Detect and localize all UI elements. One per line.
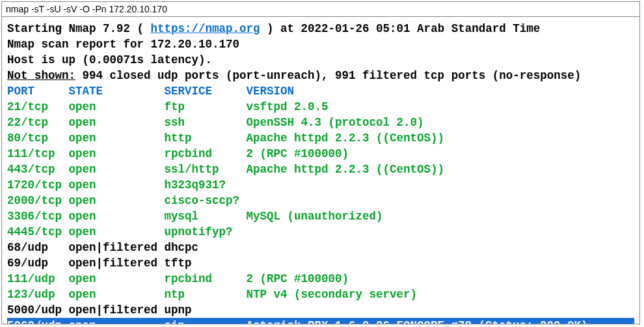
text-fragment: Nmap scan report for xyxy=(7,38,151,51)
cell-state: open xyxy=(69,287,165,302)
table-row: 111/udpopenrpcbind2 (RPC #100000) xyxy=(7,271,634,287)
nmap-start-line: Starting Nmap 7.92 ( https://nmap.org ) … xyxy=(7,21,634,36)
table-row: 4445/tcpopenupnotifyp? xyxy=(7,224,634,240)
cell-state: open|filtered xyxy=(69,255,165,271)
cell-version: OpenSSH 4.3 (protocol 2.0) xyxy=(247,116,424,129)
table-row: 1720/tcpopenh323q931? xyxy=(7,177,634,193)
cell-port: 111/tcp xyxy=(7,146,69,162)
table-row: 2000/tcpopencisco-sccp? xyxy=(7,193,634,208)
cell-port: 123/udp xyxy=(7,287,69,302)
cell-version: vsftpd 2.0.5 xyxy=(247,100,329,113)
cell-service: dhcpc xyxy=(165,240,247,255)
header-service: SERVICE xyxy=(165,83,247,99)
table-row: 80/tcpopenhttpApache httpd 2.2.3 ((CentO… xyxy=(7,130,634,146)
not-shown-line: Not shown: 994 closed udp ports (port-un… xyxy=(7,68,634,83)
cell-service: http xyxy=(165,130,247,146)
cell-port: 5060/udp xyxy=(7,318,69,324)
cell-service: ntp xyxy=(165,287,247,302)
cell-state: open xyxy=(69,162,165,177)
cell-port: 111/udp xyxy=(7,271,69,287)
cell-port: 69/udp xyxy=(7,255,69,271)
cell-version: 2 (RPC #100000) xyxy=(247,272,349,285)
cell-service: rpcbind xyxy=(165,146,247,162)
cell-service: upnp xyxy=(165,302,247,318)
cell-service: ssl/http xyxy=(165,162,247,177)
cell-service: cisco-sccp? xyxy=(165,193,247,208)
cell-port: 80/tcp xyxy=(7,130,69,146)
table-row: 3306/tcpopenmysqlMySQL (unauthorized) xyxy=(7,208,634,224)
table-body: 21/tcpopenftpvsftpd 2.0.522/tcpopensshOp… xyxy=(7,99,634,324)
not-shown-label: Not shown: xyxy=(7,69,75,82)
table-row: 443/tcpopenssl/httpApache httpd 2.2.3 ((… xyxy=(7,162,634,177)
cell-port: 21/tcp xyxy=(7,99,69,115)
cell-port: 1720/tcp xyxy=(7,177,69,193)
timestamp: 2022-01-26 05:01 Arab xyxy=(301,22,445,35)
cell-state: open xyxy=(69,177,165,193)
cell-version: Apache httpd 2.2.3 ((CentOS)) xyxy=(247,163,445,176)
nmap-url-link[interactable]: https://nmap.org xyxy=(151,22,260,35)
cell-state: open xyxy=(69,224,165,240)
cell-service: ssh xyxy=(165,115,247,130)
table-row: 123/udpopenntpNTP v4 (secondary server) xyxy=(7,287,634,302)
text-fragment: Starting Nmap 7.92 ( xyxy=(7,22,151,35)
cell-service: upnotifyp? xyxy=(165,224,247,240)
cell-state: open xyxy=(69,193,165,208)
not-shown-rest: 994 closed udp ports (port-unreach), 991… xyxy=(75,69,581,82)
cell-version: MySQL (unauthorized) xyxy=(247,210,383,223)
cell-port: 68/udp xyxy=(7,240,69,255)
table-row: 21/tcpopenftpvsftpd 2.0.5 xyxy=(7,99,634,115)
cell-state: open xyxy=(69,99,165,115)
table-header: PORTSTATESERVICEVERSION xyxy=(7,83,634,99)
text-fragment: Standard Time xyxy=(444,22,540,35)
table-row: 68/udpopen|filtereddhcpc xyxy=(7,240,634,255)
terminal-output: Starting Nmap 7.92 ( https://nmap.org ) … xyxy=(2,17,639,324)
target-ip: 172.20.10.170 xyxy=(151,38,240,51)
cell-state: open xyxy=(69,115,165,130)
header-state: STATE xyxy=(69,83,165,99)
latency-line: Host is up (0.00071s latency). xyxy=(7,52,634,68)
table-row: 5000/udpopen|filteredupnp xyxy=(7,302,634,318)
cell-port: 4445/tcp xyxy=(7,224,69,240)
cell-state: open xyxy=(69,130,165,146)
terminal-window: nmap -sT -sU -sV -O -Pn 172.20.10.170 St… xyxy=(1,1,640,324)
cell-port: 22/tcp xyxy=(7,115,69,130)
cell-state: open|filtered xyxy=(69,240,165,255)
cell-state: open|filtered xyxy=(69,302,165,318)
header-port: PORT xyxy=(7,83,69,99)
cell-state: open xyxy=(69,318,165,324)
header-version: VERSION xyxy=(247,85,295,98)
cell-service: tftp xyxy=(165,255,247,271)
cell-port: 2000/tcp xyxy=(7,193,69,208)
cell-version: Asterisk PBX 1.6.0.26-FONCORE-r78 (Statu… xyxy=(247,319,588,324)
cell-port: 443/tcp xyxy=(7,162,69,177)
cell-state: open xyxy=(69,271,165,287)
cell-version: 2 (RPC #100000) xyxy=(247,147,349,160)
cell-service: mysql xyxy=(165,208,247,224)
cell-port: 3306/tcp xyxy=(7,208,69,224)
cell-service: rpcbind xyxy=(165,271,247,287)
cell-service: h323q931? xyxy=(165,177,247,193)
text-fragment: ) at xyxy=(260,22,301,35)
cell-version: Apache httpd 2.2.3 ((CentOS)) xyxy=(247,132,445,145)
cell-state: open xyxy=(69,208,165,224)
nmap-report-line: Nmap scan report for 172.20.10.170 xyxy=(7,36,634,52)
cell-service: ftp xyxy=(165,99,247,115)
cell-state: open xyxy=(69,146,165,162)
table-row: 69/udpopen|filteredtftp xyxy=(7,255,634,271)
table-row: 5060/udpopensipAsterisk PBX 1.6.0.26-FON… xyxy=(7,318,634,324)
window-title: nmap -sT -sU -sV -O -Pn 172.20.10.170 xyxy=(2,2,639,17)
table-row: 22/tcpopensshOpenSSH 4.3 (protocol 2.0) xyxy=(7,115,634,130)
cell-version: NTP v4 (secondary server) xyxy=(247,288,418,301)
table-row: 111/tcpopenrpcbind2 (RPC #100000) xyxy=(7,146,634,162)
cell-service: sip xyxy=(165,318,247,324)
cell-port: 5000/udp xyxy=(7,302,69,318)
